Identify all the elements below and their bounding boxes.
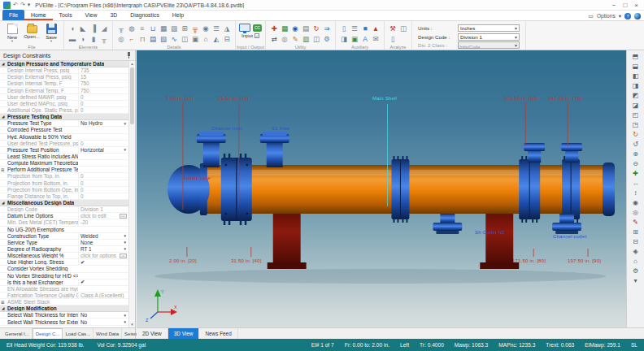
basering-icon[interactable]: ⊔ bbox=[148, 24, 158, 33]
3d-view[interactable]: 3D View bbox=[168, 328, 200, 339]
property-row[interactable]: Flange Distance to Top, in. 0 bbox=[0, 193, 128, 200]
3d-viewport[interactable]: Y X Z 7.00 in. [10]29.50 in. [30]Main Sh… bbox=[137, 50, 626, 327]
property-row[interactable]: Projection from Bottom, in. 0 bbox=[0, 180, 128, 187]
unit-converter-icon[interactable]: ⇄ bbox=[269, 34, 279, 44]
property-row[interactable]: Design Code Division 1 bbox=[0, 206, 128, 213]
mail-report-icon[interactable]: ✉ bbox=[371, 34, 381, 44]
tube-bundle-icon[interactable]: ╦ bbox=[190, 24, 200, 33]
nozzle-schedule-icon[interactable]: ▤ bbox=[301, 24, 311, 33]
property-row[interactable]: No UG-20(f) Exemptions bbox=[0, 227, 128, 233]
wireframe-icon[interactable]: ◎ bbox=[630, 208, 642, 218]
input-button[interactable]: Input bbox=[242, 32, 253, 38]
input-processor-icon[interactable] bbox=[239, 24, 250, 32]
pin-icon[interactable] bbox=[126, 52, 132, 58]
stiffening-ring-icon[interactable]: ◍ bbox=[127, 24, 137, 33]
stack-up-icon[interactable]: ▥ bbox=[301, 34, 311, 44]
new-dropdown-icon[interactable]: ▾ bbox=[11, 40, 13, 43]
baffle-icon[interactable]: ◉ bbox=[201, 24, 211, 33]
saddle-icon[interactable]: ⊓ bbox=[137, 34, 147, 44]
pdf-export-icon[interactable]: ▲ bbox=[371, 24, 381, 33]
dropdown-arrow-icon[interactable] bbox=[124, 234, 127, 238]
edit-tools-icon[interactable]: ✎ bbox=[290, 34, 300, 44]
packing-icon[interactable]: ▦ bbox=[159, 24, 168, 33]
dropdown-arrow-icon[interactable] bbox=[124, 122, 127, 126]
units-select[interactable]: Inches▼ bbox=[458, 24, 520, 32]
property-row[interactable]: Design Pressure and Temperature Data bbox=[0, 61, 128, 67]
pan-vertical-icon[interactable]: ↕ bbox=[630, 188, 642, 198]
material-database-icon[interactable]: ▦ bbox=[280, 24, 289, 33]
scroll-thumb[interactable] bbox=[130, 67, 134, 124]
weld-seam-icon[interactable]: ▣ bbox=[190, 34, 200, 44]
annotate-icon[interactable]: ✎ bbox=[630, 218, 642, 228]
reinforcing-pad-icon[interactable]: ◎ bbox=[116, 34, 126, 44]
general-i-[interactable]: General I... bbox=[2, 328, 33, 339]
maximize-button[interactable]: □ bbox=[623, 2, 627, 9]
skirt-support-icon[interactable]: ◢ bbox=[99, 24, 109, 33]
home-view-icon[interactable]: ⌂ bbox=[630, 257, 642, 266]
nozzle-icon[interactable]: ╥ bbox=[116, 24, 126, 33]
dropdown-arrow-icon[interactable] bbox=[124, 247, 127, 251]
rotate-ccw-icon[interactable]: ↺ bbox=[630, 140, 642, 150]
view-settings-icon[interactable]: ⚙ bbox=[630, 266, 642, 276]
wind-data[interactable]: Wind Data bbox=[94, 328, 122, 339]
lifting-lug-icon[interactable]: ⌐ bbox=[127, 34, 137, 44]
grid-on-icon[interactable]: ⊞ bbox=[630, 228, 642, 237]
settings-icon[interactable]: ⚙ bbox=[322, 34, 332, 44]
property-row[interactable]: Construction Type Welded bbox=[0, 233, 128, 240]
units-dropdown-icon[interactable]: ▼ bbox=[514, 26, 518, 32]
vessel-3d-model[interactable]: Y X Z bbox=[137, 50, 626, 327]
redo-icon[interactable]: ↷ bbox=[20, 0, 25, 10]
file[interactable]: File bbox=[2, 10, 24, 20]
zoom-in-icon[interactable]: ⊕ bbox=[630, 150, 642, 159]
property-row[interactable]: Design Internal Temp, F 750 bbox=[0, 80, 128, 87]
bottom-view-icon[interactable]: ◪ bbox=[630, 101, 642, 110]
calculation-summary-icon[interactable]: ☰ bbox=[350, 24, 359, 33]
property-row[interactable]: Design External Press, psig 15 bbox=[0, 74, 128, 80]
save-button[interactable]: Save ▾ bbox=[42, 23, 60, 43]
dropdown-arrow-icon[interactable] bbox=[124, 148, 127, 152]
property-row[interactable]: Design Modification bbox=[0, 306, 128, 312]
cylinder-element-icon[interactable]: ▬ bbox=[67, 34, 77, 44]
quick-calc-icon[interactable]: ✚ bbox=[269, 24, 279, 33]
property-row[interactable]: Select Wall Thickness for External I No bbox=[0, 318, 128, 325]
search-icon[interactable]: ◉ bbox=[290, 24, 300, 33]
platform-icon[interactable]: ≡ bbox=[137, 24, 147, 33]
scroll-up-icon[interactable]: ▲ bbox=[129, 62, 135, 66]
property-row[interactable]: Additional Ope. Static Press, psig 0 bbox=[0, 107, 128, 114]
lining-icon[interactable]: ▨ bbox=[169, 24, 179, 33]
property-row[interactable]: User defined MAPnc, psig 0 bbox=[0, 101, 128, 107]
property-row[interactable]: Projection from Top, in. 0 bbox=[0, 173, 128, 180]
grid-off-icon[interactable]: ⊟ bbox=[630, 237, 642, 247]
scroll-down-icon[interactable]: ▼ bbox=[129, 323, 135, 327]
dropdown-arrow-icon[interactable] bbox=[124, 314, 127, 318]
account-icon[interactable] bbox=[634, 13, 641, 20]
top-view-icon[interactable]: ◩ bbox=[630, 91, 642, 101]
property-row[interactable]: EN Allowable Stresses are Hydrote bbox=[0, 286, 128, 292]
property-row[interactable]: Hyd. Allowable is 90% Yield bbox=[0, 134, 128, 141]
new-button[interactable]: New ▾ bbox=[3, 23, 21, 43]
half-pipe-jacket-icon[interactable]: ∿ bbox=[169, 34, 179, 44]
property-row[interactable]: Datum Line Options click to edit bbox=[0, 213, 128, 219]
collapse-icon[interactable] bbox=[2, 62, 7, 66]
property-row[interactable]: Select Wall Thickness for Internal F No bbox=[0, 312, 128, 318]
rotate-cw-icon[interactable]: ↻ bbox=[630, 130, 642, 140]
drawing-icon[interactable]: ■ bbox=[360, 24, 370, 33]
property-row[interactable]: Projection from Bottom Ope, in. 0 bbox=[0, 187, 128, 193]
iso-view-icon[interactable]: ◰ bbox=[630, 110, 642, 120]
shaded-view-icon[interactable]: ◈ bbox=[630, 247, 642, 257]
transition-icon[interactable]: ◮ bbox=[222, 24, 232, 33]
output-report-icon[interactable]: ▯ bbox=[339, 24, 349, 33]
property-row[interactable]: Perform Additional Pressure Test bbox=[0, 167, 128, 173]
property-row[interactable]: Pressure Test Position Horizontal bbox=[0, 147, 128, 154]
collapse-icon[interactable] bbox=[2, 306, 7, 310]
property-row[interactable]: Pressure Test Type No Hydro bbox=[0, 120, 128, 127]
help-icon[interactable]: ? bbox=[624, 13, 631, 20]
back-view-icon[interactable]: ⬓ bbox=[630, 62, 642, 72]
view[interactable]: View bbox=[79, 10, 104, 20]
panel-scrollbar[interactable]: ▲ ▼ bbox=[128, 61, 135, 327]
property-row[interactable]: ASME Steel Stack bbox=[0, 299, 128, 306]
property-row[interactable]: Fabrication Tolerance Quality Clas Class… bbox=[0, 292, 128, 299]
zoom-out-icon[interactable]: ⊖ bbox=[630, 159, 642, 169]
cc-icon[interactable]: CC bbox=[253, 24, 262, 32]
left-view-icon[interactable]: ◧ bbox=[630, 72, 642, 81]
